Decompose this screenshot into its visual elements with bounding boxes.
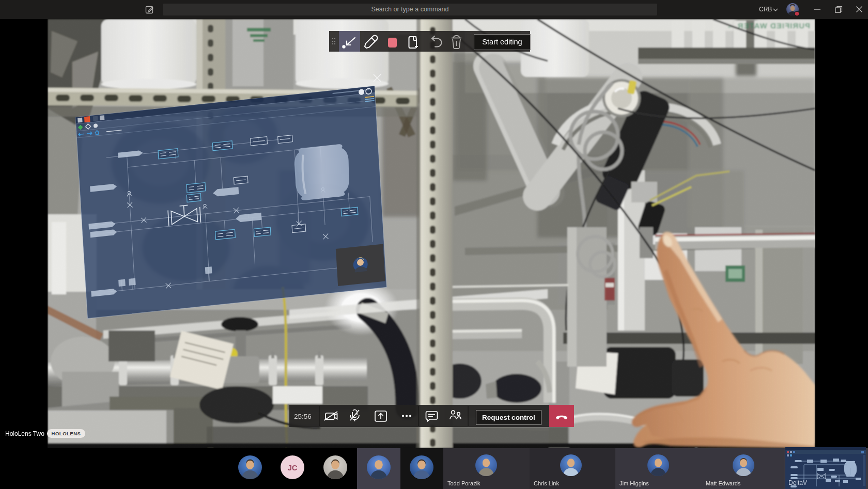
svg-text:DeltaV: DeltaV (788, 479, 807, 486)
svg-text:JC: JC (287, 463, 297, 472)
svg-text:25:56: 25:56 (294, 413, 312, 420)
